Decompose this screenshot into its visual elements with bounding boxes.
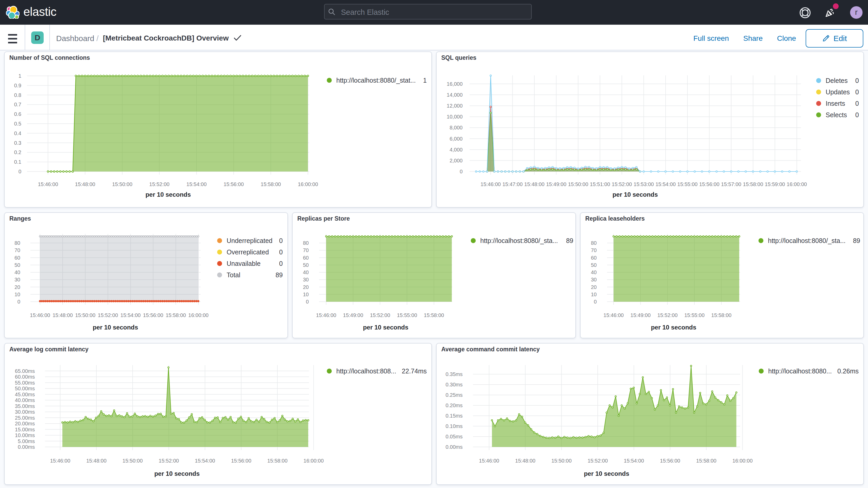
svg-text:10,000: 10,000 xyxy=(447,114,463,120)
svg-text:15:50:00: 15:50:00 xyxy=(568,181,588,187)
svg-text:50: 50 xyxy=(14,262,20,268)
svg-text:0: 0 xyxy=(594,299,597,305)
svg-text:Inserts: Inserts xyxy=(826,100,845,107)
svg-text:0.10ms: 0.10ms xyxy=(445,423,463,429)
svg-text:15:55:00: 15:55:00 xyxy=(677,181,698,187)
svg-text:15:50:00: 15:50:00 xyxy=(75,312,95,318)
svg-text:20.00ms: 20.00ms xyxy=(15,421,35,426)
svg-text:0.20ms: 0.20ms xyxy=(445,402,463,408)
svg-text:15:52:00: 15:52:00 xyxy=(612,181,632,187)
svg-text:10: 10 xyxy=(591,292,597,297)
svg-text:0: 0 xyxy=(279,248,283,256)
svg-text:15:46:00: 15:46:00 xyxy=(479,458,499,464)
svg-text:15:49:00: 15:49:00 xyxy=(343,312,363,318)
svg-text:15:52:00: 15:52:00 xyxy=(98,312,118,318)
svg-text:Total: Total xyxy=(227,271,240,279)
svg-text:0.00ms: 0.00ms xyxy=(18,444,35,450)
svg-text:60: 60 xyxy=(591,255,597,261)
svg-text:70: 70 xyxy=(303,247,309,253)
svg-text:80: 80 xyxy=(303,240,309,246)
svg-text:40: 40 xyxy=(591,270,597,275)
svg-text:15:48:00: 15:48:00 xyxy=(86,458,106,464)
svg-text:15:56:00: 15:56:00 xyxy=(699,181,719,187)
svg-text:15:58:00: 15:58:00 xyxy=(165,312,186,318)
svg-text:15:49:00: 15:49:00 xyxy=(546,181,566,187)
svg-text:Overreplicated: Overreplicated xyxy=(227,248,269,256)
svg-text:0: 0 xyxy=(18,299,20,305)
svg-text:16:00:00: 16:00:00 xyxy=(304,458,324,464)
svg-text:70: 70 xyxy=(14,247,20,253)
svg-text:per 10 seconds: per 10 seconds xyxy=(363,324,408,331)
svg-text:50.00ms: 50.00ms xyxy=(15,386,35,391)
svg-text:Selects: Selects xyxy=(826,111,847,119)
svg-text:55.00ms: 55.00ms xyxy=(15,380,35,386)
svg-text:15:50:00: 15:50:00 xyxy=(122,458,143,464)
svg-text:10: 10 xyxy=(14,292,20,297)
svg-text:Underreplicated: Underreplicated xyxy=(227,237,273,244)
svg-text:0: 0 xyxy=(279,237,283,244)
svg-text:15:54:00: 15:54:00 xyxy=(655,181,676,187)
svg-text:15:59:00: 15:59:00 xyxy=(765,181,785,187)
svg-text:15.00ms: 15.00ms xyxy=(15,427,35,432)
svg-text:15:57:00: 15:57:00 xyxy=(721,181,741,187)
svg-text:15:49:00: 15:49:00 xyxy=(630,312,651,318)
svg-text:15:48:00: 15:48:00 xyxy=(515,458,535,464)
svg-text:15:56:00: 15:56:00 xyxy=(143,312,163,318)
svg-text:0: 0 xyxy=(855,111,859,119)
svg-text:0: 0 xyxy=(306,299,309,305)
svg-text:15:58:00: 15:58:00 xyxy=(743,181,763,187)
svg-text:http://localhost:8080/_sta...: http://localhost:8080/_sta... xyxy=(480,237,558,244)
svg-text:http://localhost:8080/_stat...: http://localhost:8080/_stat... xyxy=(336,77,416,84)
svg-text:80: 80 xyxy=(14,240,20,246)
svg-text:0.9: 0.9 xyxy=(14,83,21,88)
svg-text:15:52:00: 15:52:00 xyxy=(370,312,390,318)
svg-text:22.74ms: 22.74ms xyxy=(402,367,427,375)
svg-text:0.1: 0.1 xyxy=(14,159,21,165)
svg-text:15:53:00: 15:53:00 xyxy=(633,181,654,187)
svg-text:20: 20 xyxy=(14,284,20,290)
svg-text:15:46:00: 15:46:00 xyxy=(316,312,336,318)
svg-text:45.00ms: 45.00ms xyxy=(15,392,35,397)
svg-text:15:46:00: 15:46:00 xyxy=(30,312,50,318)
svg-text:per 10 seconds: per 10 seconds xyxy=(154,470,200,477)
svg-text:15:46:00: 15:46:00 xyxy=(480,181,501,187)
svg-text:per 10 seconds: per 10 seconds xyxy=(93,324,138,331)
svg-text:15:48:00: 15:48:00 xyxy=(524,181,545,187)
svg-text:http://localhost:8080/_sta...: http://localhost:8080/_sta... xyxy=(768,237,846,244)
svg-text:40: 40 xyxy=(14,270,20,275)
svg-text:0.2: 0.2 xyxy=(14,149,21,155)
svg-text:15:50:00: 15:50:00 xyxy=(552,458,572,464)
svg-text:15:58:00: 15:58:00 xyxy=(261,181,281,187)
svg-text:15:58:00: 15:58:00 xyxy=(424,312,444,318)
svg-text:6,000: 6,000 xyxy=(450,136,463,142)
svg-text:10: 10 xyxy=(303,292,309,297)
svg-text:15:52:00: 15:52:00 xyxy=(159,458,179,464)
svg-text:80: 80 xyxy=(591,240,597,246)
svg-text:0.25ms: 0.25ms xyxy=(445,392,463,398)
svg-text:14,000: 14,000 xyxy=(447,92,463,98)
svg-text:15:46:00: 15:46:00 xyxy=(50,458,70,464)
svg-text:0: 0 xyxy=(19,169,21,174)
svg-text:15:56:00: 15:56:00 xyxy=(223,181,244,187)
svg-text:25.00ms: 25.00ms xyxy=(15,415,35,421)
svg-text:15:55:00: 15:55:00 xyxy=(397,312,417,318)
svg-text:15:52:00: 15:52:00 xyxy=(588,458,608,464)
svg-text:15:54:00: 15:54:00 xyxy=(186,181,207,187)
svg-text:15:46:00: 15:46:00 xyxy=(38,181,58,187)
svg-text:20: 20 xyxy=(303,284,309,290)
svg-text:15:48:00: 15:48:00 xyxy=(75,181,95,187)
svg-text:1: 1 xyxy=(19,73,21,79)
svg-text:15:54:00: 15:54:00 xyxy=(624,458,644,464)
svg-text:4,000: 4,000 xyxy=(450,147,463,153)
svg-text:0.15ms: 0.15ms xyxy=(445,413,463,419)
svg-text:0.30ms: 0.30ms xyxy=(445,382,463,388)
svg-text:15:54:00: 15:54:00 xyxy=(120,312,141,318)
svg-text:15:54:00: 15:54:00 xyxy=(195,458,215,464)
svg-text:15:46:00: 15:46:00 xyxy=(603,312,624,318)
svg-text:0: 0 xyxy=(460,169,463,174)
svg-text:15:50:00: 15:50:00 xyxy=(112,181,132,187)
svg-text:0: 0 xyxy=(855,77,859,84)
svg-text:0.05ms: 0.05ms xyxy=(445,434,463,439)
svg-text:16:00:00: 16:00:00 xyxy=(298,181,318,187)
svg-text:http://localhost:808...: http://localhost:808... xyxy=(336,367,396,375)
